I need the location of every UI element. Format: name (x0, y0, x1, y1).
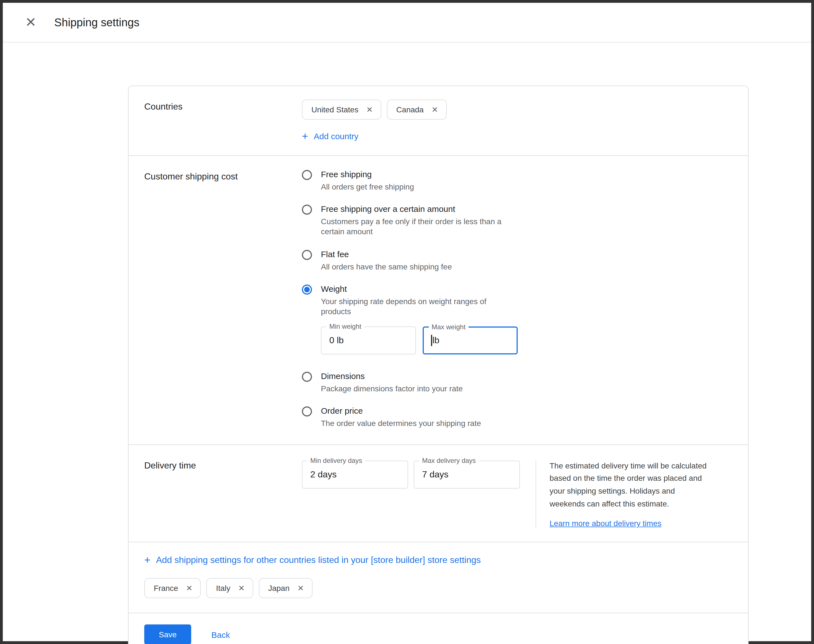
add-country-label: Add country (314, 131, 358, 141)
field-label: Min weight (327, 322, 364, 330)
delivery-time-section: Delivery time Min delivery days 2 days M… (129, 444, 748, 542)
max-weight-field[interactable]: Max weight lb (423, 327, 518, 354)
delivery-info-text: The estimated delivery time will be calc… (550, 459, 708, 510)
option-desc: Package dimensions factor into your rate (321, 383, 463, 394)
add-country-button[interactable]: + Add country (302, 131, 358, 141)
radio-icon-selected[interactable] (302, 285, 312, 294)
radio-option-free-shipping-over-amount[interactable]: Free shipping over a certain amount Cust… (302, 204, 733, 237)
delivery-info: The estimated delivery time will be calc… (550, 458, 708, 528)
other-countries-section: + Add shipping settings for other countr… (129, 542, 748, 613)
min-delivery-days-value: 2 days (310, 469, 337, 479)
option-title: Flat fee (321, 249, 452, 259)
learn-more-link[interactable]: Learn more about delivery times (550, 519, 661, 528)
min-weight-field[interactable]: Min weight 0 lb (321, 327, 416, 354)
delivery-fields: Min delivery days 2 days Max delivery da… (302, 458, 520, 528)
radio-option-weight[interactable]: Weight Your shipping rate depends on wei… (302, 284, 733, 359)
chip-label: Japan (268, 584, 289, 593)
chip-label: Italy (216, 584, 230, 593)
option-desc: Your shipping rate depends on weight ran… (321, 296, 505, 317)
countries-label: Countries (144, 100, 302, 142)
country-chip-france: France ✕ (144, 578, 201, 598)
settings-card: Countries United States ✕ Canada ✕ + Add… (128, 86, 749, 644)
shipping-settings-dialog: ✕ Shipping settings Countries United Sta… (0, 0, 814, 644)
weight-fields: Min weight 0 lb Max weight lb (321, 327, 518, 354)
countries-section: Countries United States ✕ Canada ✕ + Add… (129, 86, 748, 155)
remove-country-icon[interactable]: ✕ (366, 106, 373, 113)
shipping-cost-section: Customer shipping cost Free shipping All… (129, 155, 748, 444)
remove-country-icon[interactable]: ✕ (432, 106, 438, 113)
footer-actions: Save Back (129, 613, 748, 644)
max-delivery-days-value: 7 days (422, 469, 448, 479)
option-desc: The order value determines your shipping… (321, 419, 481, 428)
field-label: Max weight (429, 323, 468, 331)
text-cursor (431, 335, 432, 346)
delivery-time-label: Delivery time (144, 458, 302, 528)
dialog-header: ✕ Shipping settings (3, 3, 811, 43)
radio-icon[interactable] (302, 407, 312, 417)
radio-option-free-shipping[interactable]: Free shipping All orders get free shippi… (302, 169, 733, 192)
add-other-countries-label: Add shipping settings for other countrie… (156, 555, 481, 565)
option-title: Weight (321, 284, 518, 293)
remove-country-icon[interactable]: ✕ (186, 584, 192, 592)
country-chip-canada: Canada ✕ (387, 100, 447, 120)
radio-icon[interactable] (302, 205, 312, 215)
chip-label: United States (311, 105, 358, 114)
radio-icon[interactable] (302, 170, 312, 180)
field-label: Max delivery days (419, 457, 478, 464)
option-desc: Customers pay a fee only if their order … (321, 216, 505, 237)
plus-icon: + (144, 555, 150, 565)
min-weight-value: 0 lb (329, 336, 344, 345)
other-country-chips: France ✕ Italy ✕ Japan ✕ (144, 578, 733, 598)
country-chip-japan: Japan ✕ (259, 578, 312, 598)
chip-label: France (154, 584, 178, 593)
country-chip-italy: Italy ✕ (207, 578, 253, 598)
field-label: Min delivery days (308, 457, 365, 464)
option-desc: All orders have the same shipping fee (321, 261, 452, 271)
vertical-divider (536, 460, 536, 528)
option-title: Free shipping over a certain amount (321, 204, 505, 213)
radio-option-order-price[interactable]: Order price The order value determines y… (302, 406, 733, 428)
save-button[interactable]: Save (144, 624, 191, 644)
option-title: Order price (321, 406, 481, 416)
option-desc: All orders get free shipping (321, 182, 414, 192)
radio-option-flat-fee[interactable]: Flat fee All orders have the same shippi… (302, 249, 733, 271)
add-other-countries-button[interactable]: + Add shipping settings for other countr… (144, 555, 481, 565)
country-chip-united-states: United States ✕ (302, 100, 381, 120)
option-title: Free shipping (321, 169, 414, 179)
radio-icon[interactable] (302, 372, 312, 382)
radio-option-dimensions[interactable]: Dimensions Package dimensions factor int… (302, 371, 733, 394)
remove-country-icon[interactable]: ✕ (238, 584, 245, 592)
max-weight-value: lb (432, 336, 440, 345)
chip-label: Canada (396, 105, 424, 114)
page-title: Shipping settings (54, 16, 139, 29)
shipping-cost-label: Customer shipping cost (144, 169, 302, 431)
remove-country-icon[interactable]: ✕ (297, 584, 304, 592)
radio-icon[interactable] (302, 250, 312, 260)
country-chips: United States ✕ Canada ✕ (302, 100, 733, 120)
close-icon[interactable]: ✕ (23, 15, 38, 30)
max-delivery-days-field[interactable]: Max delivery days 7 days (414, 460, 520, 488)
option-title: Dimensions (321, 371, 463, 381)
back-button[interactable]: Back (212, 630, 230, 639)
plus-icon: + (302, 131, 308, 141)
min-delivery-days-field[interactable]: Min delivery days 2 days (302, 460, 408, 488)
